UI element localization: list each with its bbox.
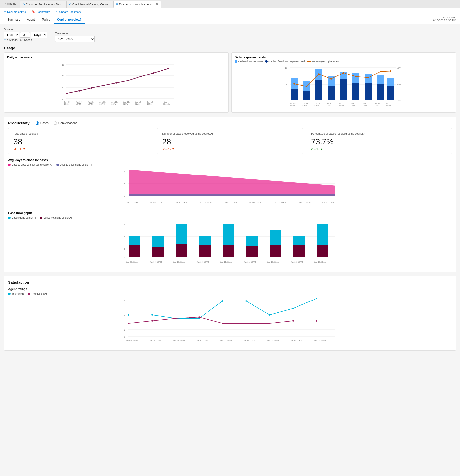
conversations-radio[interactable]: Conversations	[54, 121, 77, 125]
metric-pct-copilot: Percentage of cases resolved using copil…	[306, 128, 452, 154]
svg-marker-96	[129, 194, 335, 196]
svg-text:Jun 13, 12AM: Jun 13, 12AM	[314, 261, 326, 263]
svg-text:12PM: 12PM	[302, 104, 307, 107]
daily-active-users-card: Daily active users 15 10 5 0	[4, 52, 229, 113]
metrics-row: Total cases resolved 38 -36.7% ▼ Number …	[8, 128, 452, 154]
metric-label-2: Percentage of cases resolved using copil…	[311, 132, 447, 135]
timezone-select[interactable]: GMT-07:00	[55, 36, 95, 42]
update-bookmark-button[interactable]: ↻ Update Bookmark	[55, 10, 82, 14]
svg-point-161	[198, 316, 200, 318]
usage-section-title: Usage	[4, 46, 456, 50]
tab-dash[interactable]: ⚙ Customer Service Agent Dash .	[20, 1, 67, 8]
tab-topics[interactable]: Topics	[38, 16, 54, 24]
svg-rect-61	[387, 86, 394, 100]
tab-omni[interactable]: ⚙ Omnichannel Ongoing Conve...	[67, 1, 113, 8]
svg-rect-54	[303, 91, 310, 100]
svg-point-157	[316, 298, 317, 299]
days-select[interactable]: Days	[31, 32, 47, 38]
svg-point-70	[390, 70, 391, 72]
svg-text:Jun 11, 12AM: Jun 11, 12AM	[220, 339, 232, 342]
svg-rect-125	[176, 244, 187, 257]
svg-point-69	[380, 71, 381, 72]
avg-days-chart: 6 5 4 Jun 09, 12AM Jun 09, 12PM Jun 10, …	[8, 167, 452, 207]
svg-text:Jun 09, 12PM: Jun 09, 12PM	[150, 201, 163, 203]
svg-text:Jun 12, 12PM: Jun 12, 12PM	[290, 339, 302, 342]
resume-editing-button[interactable]: ✏ Resume editing	[3, 10, 27, 14]
svg-text:4: 4	[124, 235, 125, 238]
svg-point-64	[318, 73, 320, 75]
avg-days-title: Avg. days to close for cases	[8, 158, 452, 162]
tab-agent[interactable]: Agent	[23, 16, 38, 24]
satisfaction-section: Satisfaction Agent ratings Thumbs up Thu…	[4, 276, 456, 351]
svg-rect-131	[317, 245, 328, 257]
tab-label-hist: Customer Service historica...	[119, 3, 154, 6]
tab-hist[interactable]: ⚙ Customer Service historica... ✕	[113, 1, 161, 8]
svg-point-67	[355, 76, 357, 77]
svg-point-156	[292, 308, 294, 309]
svg-text:12AM: 12AM	[386, 104, 391, 107]
svg-rect-59	[365, 83, 372, 100]
svg-point-11	[103, 85, 105, 86]
svg-text:12PM: 12PM	[351, 104, 356, 107]
case-throughput-section: Case throughput Cases using copilot AI C…	[8, 211, 452, 268]
metric-value-0: 38	[13, 137, 149, 146]
svg-point-160	[175, 318, 176, 319]
duration-filter: Duration Last Days ☑ 6/9/2023 - 6/21/202…	[4, 28, 47, 42]
cases-radio[interactable]: Cases	[36, 121, 49, 125]
svg-text:Jun 11, 12PM: Jun 11, 12PM	[249, 201, 262, 203]
daily-response-trends-title: Daily response trends	[235, 56, 453, 59]
svg-text:Jun 09, 12AM: Jun 09, 12AM	[126, 201, 138, 203]
svg-text:12AM: 12AM	[339, 104, 344, 107]
agent-ratings-chart: 6 4 2 0	[8, 296, 452, 346]
duration-input[interactable]	[20, 32, 30, 38]
svg-rect-55	[315, 80, 322, 100]
filters-row: Duration Last Days ☑ 6/9/2023 - 6/21/202…	[4, 28, 456, 42]
nav-tabs-bar: Summary Agent Topics Copilot (preview) L…	[0, 16, 460, 24]
svg-text:Jun 12, 12AM: Jun 12, 12AM	[267, 339, 279, 342]
tab-close-hist[interactable]: ✕	[156, 3, 158, 6]
tab-label-omni: Omnichannel Ongoing Conve...	[72, 3, 110, 6]
svg-point-8	[66, 93, 68, 94]
legend-total: Total copilot AI responses	[235, 60, 263, 63]
satisfaction-title: Satisfaction	[8, 280, 452, 284]
svg-rect-57	[340, 79, 347, 100]
svg-text:Jun 13, 12AM: Jun 13, 12AM	[314, 339, 326, 342]
svg-text:0: 0	[62, 98, 63, 100]
up-arrow-2: ▲	[320, 147, 322, 150]
agent-ratings-title: Agent ratings	[8, 287, 452, 291]
svg-text:12PM: 12PM	[374, 104, 379, 107]
svg-text:50%: 50%	[397, 99, 401, 102]
tab-summary[interactable]: Summary	[4, 16, 23, 24]
last-select[interactable]: Last	[4, 32, 19, 38]
svg-text:10: 10	[285, 67, 287, 69]
metric-label-1: Number of cases resolved using copilot A…	[162, 132, 298, 135]
bookmarks-button[interactable]: 🔖 Bookmarks	[31, 10, 51, 14]
svg-text:4: 4	[124, 314, 125, 316]
agent-ratings-legend: Thumbs up Thumbs down	[8, 292, 452, 295]
svg-point-14	[140, 76, 142, 77]
svg-text:12PM: 12PM	[99, 103, 105, 105]
svg-point-12	[115, 82, 117, 84]
browser-home-tab[interactable]: Trial home	[0, 0, 20, 8]
refresh-icon: ↻	[56, 10, 58, 13]
page-content: Duration Last Days ☑ 6/9/2023 - 6/21/202…	[0, 24, 460, 358]
svg-text:0: 0	[124, 336, 125, 338]
case-throughput-title: Case throughput	[8, 211, 452, 215]
duration-label: Duration	[4, 28, 47, 31]
svg-rect-126	[199, 245, 211, 257]
legend-used: Number of copilot AI responses used	[265, 60, 305, 63]
svg-marker-95	[129, 170, 335, 196]
svg-text:4: 4	[124, 195, 125, 197]
svg-text:Jun 09, 12PM: Jun 09, 12PM	[149, 339, 161, 342]
svg-text:Jun 11, 12AM: Jun 11, 12AM	[220, 261, 232, 263]
legend-percent: Percentage of copilot AI respo...	[307, 60, 343, 63]
tab-copilot[interactable]: Copilot (preview)	[54, 16, 85, 24]
svg-rect-53	[291, 89, 298, 100]
svg-rect-124	[152, 247, 164, 257]
svg-text:Jun 09, 12AM: Jun 09, 12AM	[126, 261, 138, 263]
tab-label-dash: Customer Service Agent Dash .	[26, 3, 64, 6]
svg-text:Jun 13, 12AM: Jun 13, 12AM	[322, 201, 334, 203]
avg-days-legend: Days to close without using copilot AI D…	[8, 163, 452, 166]
bookmark-icon: 🔖	[32, 10, 35, 13]
svg-text:Jun 12, 12PM: Jun 12, 12PM	[291, 261, 303, 263]
